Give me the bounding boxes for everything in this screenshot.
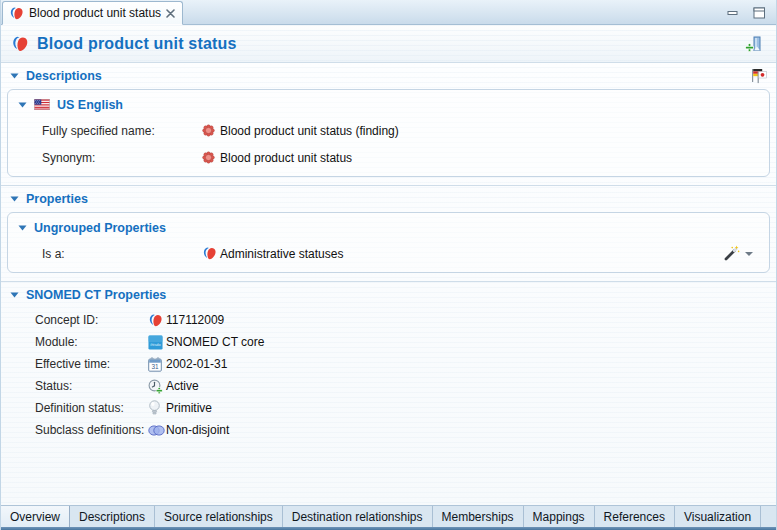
ungrouped-properties-group: Ungrouped Properties Is a: Administrativ… [7,212,770,273]
tab-descriptions[interactable]: Descriptions [70,506,155,527]
row-label: Definition status: [35,401,148,415]
row-label: Is a: [42,247,202,261]
row-label: Subclass definitions: [35,423,148,437]
collapse-triangle-icon[interactable] [18,102,27,108]
tab-memberships[interactable]: Memberships [433,506,524,527]
description-row-fsn: Fully specified name: Blood product unit… [8,117,769,144]
us-english-group: US English Fully specified name: [7,89,770,177]
ungrouped-properties-title: Ungrouped Properties [34,221,166,235]
subclass-definitions-row: Subclass definitions: Non-disjoint [1,419,776,441]
concept-editor-window: Blood product unit status [0,0,777,530]
snomed-properties-section: SNOMED CT Properties Concept ID: 1171120… [1,281,776,447]
editor-tab-blood-product-unit-status[interactable]: Blood product unit status [2,1,183,25]
row-value: 117112009 [166,313,224,327]
tab-overview[interactable]: Overview [1,506,70,527]
us-flag-icon [34,99,50,110]
svg-text:31: 31 [151,363,159,370]
tab-label: Mappings [533,510,585,524]
snomed-properties-title: SNOMED CT Properties [26,288,166,302]
editor-page-tabs: Overview Descriptions Source relationshi… [1,505,776,527]
maximize-icon[interactable] [753,7,766,19]
row-value: 2002-01-31 [166,357,227,371]
page-header: Blood product unit status [1,25,776,62]
row-label: Synonym: [42,151,202,165]
row-value[interactable]: Blood product unit status [220,151,352,165]
properties-section-title: Properties [26,192,88,206]
language-flags-icon[interactable] [749,67,767,84]
tab-visualization[interactable]: Visualization [675,506,761,527]
tab-label: Overview [10,510,60,524]
magic-wand-icon[interactable] [723,245,740,262]
module-row: Module: ihtsdo SNOMED CT core [1,331,776,353]
concept-icon [202,246,220,261]
row-value[interactable]: Administrative statuses [220,247,343,261]
bulb-icon [148,400,166,416]
properties-section: Properties Ungrouped Properties Is a: [1,185,776,273]
properties-section-header[interactable]: Properties [1,186,776,211]
tab-label: Visualization [684,510,751,524]
window-controls [727,7,766,19]
concept-icon [9,6,24,21]
status-row: Status: Active [1,375,776,397]
row-value: Primitive [166,401,212,415]
descriptions-section-title: Descriptions [26,69,102,83]
minimize-icon[interactable] [727,8,739,18]
collapse-triangle-icon[interactable] [18,225,27,231]
row-label: Effective time: [35,357,148,371]
row-value[interactable]: Blood product unit status (finding) [220,124,399,138]
tab-references[interactable]: References [595,506,675,527]
row-label: Fully specified name: [42,124,202,138]
language-group-title: US English [57,98,123,112]
description-row-synonym: Synonym: Blood product unit status [8,144,769,171]
tab-mappings[interactable]: Mappings [524,506,595,527]
row-value: Active [166,379,199,393]
descriptions-section: Descriptions [1,62,776,177]
ungrouped-properties-header[interactable]: Ungrouped Properties [8,215,769,240]
isa-edit-control [723,245,757,262]
us-english-group-header[interactable]: US English [8,92,769,117]
concept-icon [148,313,166,328]
description-rosette-icon [202,124,220,137]
descriptions-section-header[interactable]: Descriptions [1,63,776,88]
svg-text:ihtsdo: ihtsdo [150,341,161,346]
definition-status-row: Definition status: Primitive [1,397,776,419]
venn-icon [148,425,166,436]
overview-page: Descriptions [1,62,776,505]
clock-add-icon [148,379,166,394]
module-icon: ihtsdo [148,335,166,350]
snomed-properties-rows: Concept ID: 117112009 Module: [1,307,776,447]
collapse-triangle-icon[interactable] [10,73,19,79]
close-icon[interactable] [166,9,175,18]
snomed-properties-header[interactable]: SNOMED CT Properties [1,282,776,307]
editor-tab-label: Blood product unit status [29,6,161,20]
page-title: Blood product unit status [37,35,237,53]
row-value: SNOMED CT core [166,335,264,349]
tab-destination-relationships[interactable]: Destination relationships [283,506,433,527]
description-rosette-icon [202,151,220,164]
tab-source-relationships[interactable]: Source relationships [155,506,283,527]
row-label: Status: [35,379,148,393]
chevron-down-icon[interactable] [745,252,753,256]
calendar-icon: 31 [148,357,166,372]
tab-label: Descriptions [79,510,145,524]
add-bookmark-icon[interactable] [745,35,766,53]
isa-row: Is a: Administrative statuses [8,240,769,267]
tab-label: Memberships [442,510,514,524]
tab-label: Destination relationships [292,510,423,524]
row-label: Concept ID: [35,313,148,327]
row-value: Non-disjoint [166,423,229,437]
tab-label: References [604,510,665,524]
editor-tab-bar: Blood product unit status [1,0,776,25]
concept-id-row: Concept ID: 117112009 [1,309,776,331]
collapse-triangle-icon[interactable] [10,196,19,202]
effective-time-row: Effective time: 31 2002-01-31 [1,353,776,375]
concept-icon [11,35,29,53]
tab-label: Source relationships [164,510,273,524]
row-label: Module: [35,335,148,349]
collapse-triangle-icon[interactable] [10,292,19,298]
